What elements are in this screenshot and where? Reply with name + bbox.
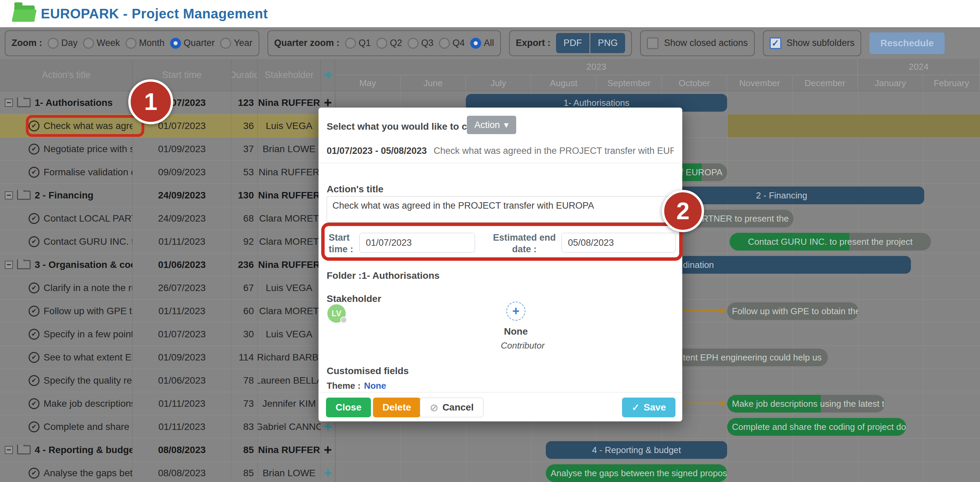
- cell-duration[interactable]: 236: [231, 253, 258, 276]
- cell-stakeholder[interactable]: Laureen BELLA: [258, 369, 321, 392]
- delete-button[interactable]: Delete: [373, 398, 421, 417]
- column-header-start-time[interactable]: Start time: [133, 59, 231, 91]
- add-stakeholder-button[interactable]: +: [506, 302, 525, 321]
- cell-action-title[interactable]: ✔Specify the quality requ: [0, 369, 133, 392]
- cell-start-time[interactable]: 01/09/2023: [133, 346, 231, 369]
- cell-action-title[interactable]: 3 - Organisation & coorc: [0, 253, 133, 276]
- cell-duration[interactable]: 85: [231, 461, 258, 482]
- cell-start-time[interactable]: 01/07/2023: [133, 91, 231, 114]
- cell-duration[interactable]: 68: [231, 207, 258, 230]
- cell-action-title[interactable]: ✔Contact LOCAL PARTN: [0, 207, 133, 230]
- cell-duration[interactable]: 53: [231, 161, 258, 183]
- table-row[interactable]: 4 - Reporting & budget08/08/202385Nina R…: [0, 438, 980, 461]
- cell-stakeholder[interactable]: Luis VEGA: [258, 323, 321, 345]
- cell-start-time[interactable]: 24/09/2023: [133, 184, 231, 207]
- cell-action-title[interactable]: ✔See to what extent EPH: [0, 346, 133, 369]
- cell-start-time[interactable]: 09/09/2023: [133, 161, 231, 183]
- quarter-zoom-option-all[interactable]: All: [470, 38, 494, 49]
- cell-duration[interactable]: 114: [231, 346, 258, 369]
- action-check-icon[interactable]: ✔: [29, 468, 40, 479]
- cell-stakeholder[interactable]: Jennifer KIM: [258, 392, 321, 415]
- action-check-icon[interactable]: ✔: [29, 398, 40, 409]
- export-png-button[interactable]: PNG: [590, 33, 625, 53]
- quarter-zoom-option-q2[interactable]: Q2: [376, 38, 402, 49]
- cell-stakeholder[interactable]: Clara MORET: [258, 207, 321, 230]
- cell-start-time[interactable]: 01/07/2023: [133, 115, 231, 137]
- zoom-option-day[interactable]: Day: [48, 38, 78, 49]
- cell-start-time[interactable]: 08/08/2023: [133, 438, 231, 461]
- cell-duration[interactable]: 83: [231, 415, 258, 438]
- column-header-duration[interactable]: Duratio: [231, 59, 258, 91]
- cell-duration[interactable]: 67: [231, 277, 258, 299]
- action-type-dropdown[interactable]: Action ▾: [467, 116, 516, 134]
- cell-start-time[interactable]: 01/06/2023: [133, 253, 231, 276]
- save-button[interactable]: ✓ Save: [622, 398, 675, 417]
- action-check-icon[interactable]: ✔: [29, 167, 40, 178]
- collapse-icon[interactable]: [5, 191, 13, 199]
- table-row[interactable]: ✔Analyse the gaps betwe08/08/202385Brian…: [0, 461, 980, 482]
- cell-start-time[interactable]: 01/11/2023: [133, 415, 231, 438]
- cell-action-title[interactable]: ✔Negotiate price with sul: [0, 137, 133, 160]
- action-check-icon[interactable]: ✔: [29, 213, 40, 224]
- cell-action-title[interactable]: ✔Follow up with GPE to: [0, 299, 133, 322]
- action-check-icon[interactable]: ✔: [29, 121, 40, 131]
- cell-stakeholder[interactable]: Clara MORET: [258, 230, 321, 253]
- cell-duration[interactable]: 130: [231, 184, 258, 207]
- end-date-input[interactable]: [562, 233, 676, 253]
- cell-start-time[interactable]: 26/07/2023: [133, 277, 231, 299]
- row-add-icon[interactable]: +: [321, 438, 335, 461]
- cell-start-time[interactable]: 08/08/2023: [133, 461, 231, 482]
- collapse-icon[interactable]: [5, 446, 13, 454]
- checkbox-group-show-closed-actions[interactable]: Show closed actions: [640, 30, 754, 56]
- gantt-action-bar[interactable]: Analyse the gaps between the signed prop…: [546, 464, 727, 482]
- add-column-icon[interactable]: +: [321, 59, 335, 91]
- cell-action-title[interactable]: 1- Authorisations: [0, 91, 133, 114]
- quarter-zoom-option-q3[interactable]: Q3: [408, 38, 434, 49]
- cell-start-time[interactable]: 24/09/2023: [133, 207, 231, 230]
- cell-duration[interactable]: 123: [231, 91, 258, 114]
- column-header-stakeholder[interactable]: Stakeholder: [258, 59, 321, 91]
- cell-duration[interactable]: 36: [231, 115, 258, 137]
- zoom-option-week[interactable]: Week: [83, 38, 120, 49]
- action-check-icon[interactable]: ✔: [29, 144, 40, 154]
- cancel-button[interactable]: ⊘ Cancel: [420, 398, 484, 417]
- action-check-icon[interactable]: ✔: [29, 306, 40, 317]
- cell-start-time[interactable]: 01/11/2023: [133, 299, 231, 322]
- cell-action-title[interactable]: 4 - Reporting & budget: [0, 438, 133, 461]
- cell-stakeholder[interactable]: Nina RUFFER: [258, 91, 321, 114]
- quarter-zoom-option-q4[interactable]: Q4: [439, 38, 465, 49]
- collapse-icon[interactable]: [5, 261, 13, 269]
- zoom-option-month[interactable]: Month: [126, 38, 165, 49]
- reschedule-button[interactable]: Reschedule: [869, 32, 945, 54]
- gantt-folder-bar[interactable]: 4 - Reporting & budget: [546, 441, 727, 459]
- cell-stakeholder[interactable]: Nina RUFFER: [258, 161, 321, 183]
- cell-action-title[interactable]: ✔Complete and share th: [0, 415, 133, 438]
- cell-duration[interactable]: 60: [231, 299, 258, 322]
- cell-stakeholder[interactable]: Luis VEGA: [258, 115, 321, 137]
- action-check-icon[interactable]: ✔: [29, 375, 40, 386]
- action-title-input[interactable]: Check what was agreed in the PROJECT tra…: [327, 196, 675, 223]
- cell-action-title[interactable]: ✔Make job descriptions u: [0, 392, 133, 415]
- cell-start-time[interactable]: 01/07/2023: [133, 323, 231, 345]
- zoom-option-year[interactable]: Year: [220, 38, 253, 49]
- checkbox-checked-icon[interactable]: ✓: [770, 37, 781, 49]
- cell-start-time[interactable]: 01/09/2023: [133, 137, 231, 160]
- close-button[interactable]: Close: [326, 398, 371, 417]
- cell-stakeholder[interactable]: Gabriel CANNC: [258, 415, 321, 438]
- action-check-icon[interactable]: ✔: [29, 329, 40, 340]
- cell-start-time[interactable]: 01/06/2023: [133, 369, 231, 392]
- action-check-icon[interactable]: ✔: [29, 352, 40, 363]
- cell-duration[interactable]: 73: [231, 392, 258, 415]
- cell-action-title[interactable]: ✔Check what was agreed: [0, 115, 133, 137]
- action-check-icon[interactable]: ✔: [29, 236, 40, 247]
- cell-stakeholder[interactable]: Luis VEGA: [258, 277, 321, 299]
- cell-stakeholder[interactable]: Nina RUFFER: [258, 438, 321, 461]
- cell-action-title[interactable]: ✔Analyse the gaps betwe: [0, 461, 133, 482]
- theme-value-link[interactable]: None: [364, 380, 386, 391]
- column-header-actions-title[interactable]: Action's title: [0, 59, 133, 91]
- cell-action-title[interactable]: 2 - Financing: [0, 184, 133, 207]
- gantt-action-bar[interactable]: Follow up with GPE to obtain the up: [727, 302, 859, 320]
- action-check-icon[interactable]: ✔: [29, 283, 40, 293]
- cell-action-title[interactable]: ✔Specify in a few points: [0, 323, 133, 345]
- export-pdf-button[interactable]: PDF: [556, 33, 589, 53]
